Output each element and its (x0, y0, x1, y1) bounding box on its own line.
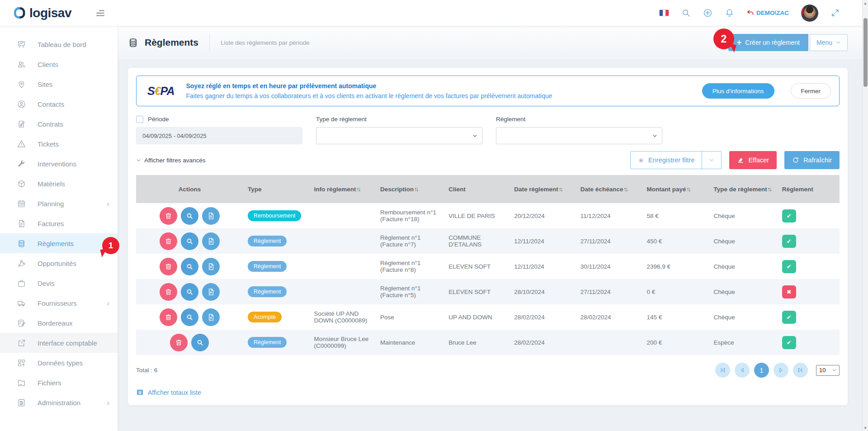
advanced-filters-link[interactable]: Afficher filtres avancés (136, 157, 206, 164)
files-icon (17, 379, 26, 387)
clear-filters-button[interactable]: Effacer (729, 151, 777, 169)
period-range-input[interactable]: 04/09/2025 - 04/09/2025 (136, 127, 302, 144)
sidebar-item-tableau-de-bord[interactable]: Tableau de bord › (0, 34, 118, 54)
language-flag-icon[interactable] (659, 9, 669, 16)
view-button[interactable] (181, 308, 198, 326)
view-button[interactable] (191, 334, 209, 351)
payment-type-select[interactable] (316, 127, 482, 144)
payment-status-badge: ✔ (782, 235, 796, 248)
sidebar-item-r-glements[interactable]: Règlements › (0, 233, 118, 253)
delete-button[interactable] (170, 334, 188, 351)
pdf-button[interactable] (202, 232, 220, 250)
type-badge: Règlement (248, 236, 287, 246)
column-montant-pay[interactable]: Montant payé ↑↓ (642, 175, 709, 203)
column-date-ch-ance[interactable]: Date échéance ↑↓ (576, 175, 642, 203)
previous-page-button[interactable] (735, 363, 750, 378)
sidebar-item-interventions[interactable]: Interventions › (0, 154, 118, 174)
menu-dropdown-button[interactable]: Menu (810, 34, 848, 51)
sepa-close-button[interactable]: Fermer (791, 83, 831, 99)
quick-add-icon[interactable] (703, 8, 712, 18)
sidebar-item-fichiers[interactable]: Fichiers › (0, 373, 118, 393)
column-description[interactable]: Description ↑↓ (376, 175, 444, 203)
delete-button[interactable] (160, 207, 177, 225)
scroll-up-icon[interactable]: ▲ (863, 0, 867, 6)
cell-type-reglement: Chèque (709, 304, 778, 330)
avatar[interactable] (801, 5, 818, 22)
sidebar-item-clients[interactable]: Clients › (0, 54, 118, 74)
save-filter-button[interactable]: ★ Enregistrer filtre (631, 152, 702, 169)
pdf-button[interactable] (202, 283, 220, 301)
view-button[interactable] (181, 258, 198, 275)
fullscreen-icon[interactable] (830, 8, 840, 18)
pdf-button[interactable] (202, 308, 220, 326)
next-page-button[interactable] (774, 363, 788, 378)
payment-status-badge: ✔ (782, 209, 796, 223)
row-actions (141, 232, 239, 250)
refresh-button[interactable]: Rafraîchir (784, 151, 840, 169)
column-date-r-glement[interactable]: Date règlement ↑↓ (509, 175, 576, 203)
scrollbar-thumb[interactable] (863, 18, 868, 87)
sidebar-item-planning[interactable]: Planning › (0, 194, 118, 213)
sidebar-item-contacts[interactable]: Contacts › (0, 94, 118, 114)
sidebar-item-contrats[interactable]: Contrats › (0, 114, 118, 134)
sidebar-item-devis[interactable]: Devis › (0, 273, 118, 293)
column-actions: Actions (136, 175, 243, 203)
cell-client: Bruce Lee (444, 330, 509, 355)
column-info-r-glement[interactable]: Info règlement ↑↓ (310, 175, 376, 203)
save-filter-caret-button[interactable] (702, 152, 721, 169)
search-icon[interactable] (681, 8, 691, 18)
payment-select[interactable] (496, 127, 662, 144)
page-size-select[interactable]: 10 (816, 365, 840, 376)
sidebar-item-opportunit-s[interactable]: Opportunités › (0, 253, 118, 273)
type-badge: Acompte (248, 312, 282, 322)
sidebar-toggle-icon[interactable] (95, 8, 106, 19)
cell-info (310, 203, 376, 228)
sidebar-item-tickets[interactable]: Tickets › (0, 134, 118, 154)
app-logo[interactable]: logisav (14, 6, 71, 20)
last-page-button[interactable] (793, 363, 808, 378)
delete-button[interactable] (160, 232, 177, 250)
chevron-down-icon (472, 133, 477, 138)
notifications-bell-icon[interactable] (725, 8, 734, 18)
pdf-button[interactable] (202, 207, 220, 225)
cell-date-reglement: 28/02/2024 (509, 330, 576, 355)
row-actions (141, 308, 239, 326)
sidebar-item-administration[interactable]: Administration › (0, 393, 118, 412)
sepa-more-info-button[interactable]: Plus d'informations (702, 83, 774, 99)
sidebar-item-donn-es-types[interactable]: Données types › (0, 353, 118, 373)
clients-icon (17, 60, 26, 69)
sidebar-item-sites[interactable]: Sites › (0, 74, 118, 94)
delete-button[interactable] (160, 283, 177, 301)
view-button[interactable] (181, 232, 198, 250)
interventions-icon (17, 160, 26, 168)
invoices-icon (17, 219, 26, 228)
pagination: 1 10 (715, 363, 840, 378)
current-page-button[interactable]: 1 (754, 363, 769, 378)
cell-type-reglement: Espèce (709, 330, 778, 355)
sepa-banner: S€PA Soyez réglé en temps et en heure pa… (136, 76, 840, 106)
pdf-button[interactable] (202, 258, 220, 275)
sidebar-item-bordereaux[interactable]: Bordereaux › (0, 313, 118, 333)
sidebar-item-mat-riels[interactable]: Matériels › (0, 174, 118, 194)
cell-client: UP AND DOWN (444, 304, 509, 330)
annotation-badge-1: 1 (102, 237, 119, 254)
period-checkbox[interactable] (136, 116, 143, 123)
type-badge: Règlement (248, 261, 287, 272)
show-totals-link[interactable]: Afficher totaux liste (136, 388, 840, 396)
first-page-button[interactable] (715, 363, 730, 378)
scroll-down-icon[interactable]: ▼ (863, 425, 867, 431)
view-button[interactable] (181, 283, 198, 301)
delete-button[interactable] (160, 308, 177, 326)
user-switch[interactable]: DEMO\ZAC (746, 9, 789, 17)
cell-info (310, 228, 376, 254)
delete-button[interactable] (160, 258, 177, 275)
column-type-de-r-glement[interactable]: Type de règlement ↑↓ (709, 175, 778, 203)
materials-icon (17, 180, 26, 188)
view-button[interactable] (181, 207, 198, 225)
sidebar-item-interface-comptable[interactable]: Interface comptable › (0, 333, 118, 353)
create-payment-button[interactable]: + Créer un règlement (728, 34, 808, 51)
row-actions (141, 207, 239, 225)
sidebar-item-fournisseurs[interactable]: Fournisseurs › (0, 293, 118, 313)
scrollbar[interactable]: ▲ ▼ (862, 0, 868, 431)
sidebar-item-factures[interactable]: Factures › (0, 213, 118, 233)
